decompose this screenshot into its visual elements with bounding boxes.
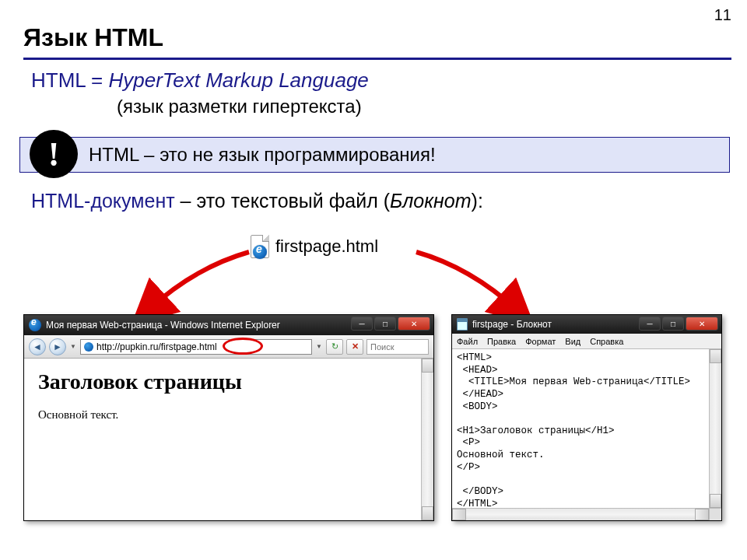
page-number: 11: [714, 6, 731, 24]
document-description: HTML-документ – это текстовый файл (Блок…: [31, 190, 483, 212]
slide-title: Язык HTML: [23, 23, 163, 52]
page-body-text: Основной текст.: [38, 408, 419, 422]
address-bar[interactable]: http://pupkin.ru/firstpage.html: [80, 339, 312, 355]
notepad-menubar: Файл Правка Формат Вид Справка: [452, 334, 721, 349]
page-heading: Заголовок страницы: [38, 369, 419, 394]
browser-toolbar: ◄ ► ▼ http://pupkin.ru/firstpage.html ▼ …: [24, 335, 433, 359]
menu-help[interactable]: Справка: [590, 337, 623, 346]
browser-window: Моя первая Web-страница - Windows Intern…: [23, 314, 434, 521]
doc-italic: Блокнот: [390, 190, 472, 212]
ie-icon: [84, 342, 93, 352]
doc-middle: – это текстовый файл (: [175, 190, 390, 212]
nav-dropdown-icon[interactable]: ▼: [69, 338, 77, 355]
file-block: firstpage.html: [251, 235, 378, 258]
alert-text: HTML – это не язык программирования!: [89, 144, 436, 166]
arrow-right-icon: [401, 244, 541, 322]
title-underline: [23, 58, 731, 60]
ie-icon: [29, 319, 41, 331]
minimize-button[interactable]: ─: [639, 317, 661, 331]
file-name: firstpage.html: [275, 236, 378, 257]
maximize-button[interactable]: □: [662, 317, 684, 331]
refresh-button[interactable]: ↻: [326, 339, 343, 355]
scrollbar-vertical[interactable]: [421, 359, 433, 520]
doc-term: HTML-документ: [31, 190, 175, 212]
addr-dropdown-icon[interactable]: ▼: [315, 338, 323, 355]
minimize-button[interactable]: ─: [351, 317, 373, 331]
notepad-icon: [457, 318, 468, 331]
definition-block: HTML = HyperText Markup Language (язык р…: [31, 68, 724, 117]
definition-line1: HTML = HyperText Markup Language: [31, 68, 724, 93]
notepad-window: firstpage - Блокнот ─ □ ✕ Файл Правка Фо…: [451, 314, 722, 521]
menu-format[interactable]: Формат: [525, 337, 556, 346]
definition-prefix: HTML =: [31, 68, 108, 92]
arrow-left-icon: [124, 244, 265, 322]
notepad-title-text: firstpage - Блокнот: [472, 319, 552, 330]
definition-translation: (язык разметки гипертекста): [117, 96, 724, 117]
browser-title-text: Моя первая Web-страница - Windows Intern…: [46, 320, 280, 331]
exclamation-icon: !: [30, 130, 78, 178]
close-button[interactable]: ✕: [686, 317, 718, 331]
menu-edit[interactable]: Правка: [487, 337, 516, 346]
browser-titlebar: Моя первая Web-страница - Windows Intern…: [24, 315, 433, 335]
close-button[interactable]: ✕: [398, 317, 430, 331]
menu-file[interactable]: Файл: [457, 337, 478, 346]
doc-after: ):: [472, 190, 483, 212]
stop-button[interactable]: ✕: [346, 339, 363, 355]
scrollbar-horizontal[interactable]: [452, 508, 709, 520]
scrollbar-corner: [709, 508, 721, 520]
maximize-button[interactable]: □: [374, 317, 396, 331]
notepad-text-area[interactable]: <HTML> <HEAD> <TITLE>Моя первая Web-стра…: [452, 349, 721, 520]
highlight-circle-icon: [223, 338, 263, 355]
address-url: http://pupkin.ru/firstpage.html: [96, 341, 217, 352]
back-button[interactable]: ◄: [29, 338, 46, 355]
browser-viewport: Заголовок страницы Основной текст.: [24, 359, 433, 432]
alert-box: ! HTML – это не язык программирования!: [19, 137, 730, 173]
notepad-titlebar: firstpage - Блокнот ─ □ ✕: [452, 315, 721, 334]
scrollbar-vertical[interactable]: [709, 349, 721, 508]
search-input[interactable]: Поиск: [366, 339, 429, 355]
definition-expansion: HyperText Markup Language: [108, 68, 368, 92]
menu-view[interactable]: Вид: [565, 337, 580, 346]
forward-button[interactable]: ►: [49, 338, 66, 355]
